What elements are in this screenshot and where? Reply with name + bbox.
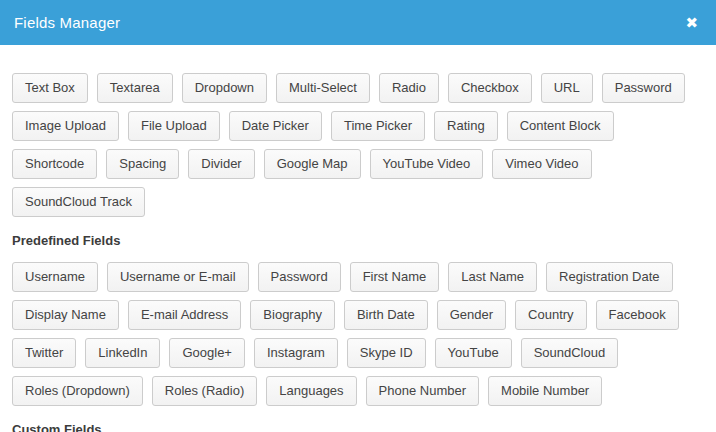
field-button-textarea[interactable]: Textarea: [97, 73, 173, 103]
field-button-shortcode[interactable]: Shortcode: [12, 149, 97, 179]
field-button-file-upload[interactable]: File Upload: [128, 111, 220, 141]
field-button-password[interactable]: Password: [602, 73, 685, 103]
modal-header: Fields Manager ✖: [0, 0, 716, 45]
modal-body: Text BoxTextareaDropdownMulti-SelectRadi…: [0, 45, 716, 432]
field-button-divider[interactable]: Divider: [188, 149, 254, 179]
field-button-twitter[interactable]: Twitter: [12, 338, 76, 368]
field-button-first-name[interactable]: First Name: [350, 262, 440, 292]
predefined-fields-group: UsernameUsername or E-mailPasswordFirst …: [12, 262, 704, 406]
field-button-linkedin[interactable]: LinkedIn: [85, 338, 160, 368]
field-button-skype-id[interactable]: Skype ID: [347, 338, 426, 368]
field-button-last-name[interactable]: Last Name: [448, 262, 537, 292]
field-button-spacing[interactable]: Spacing: [106, 149, 179, 179]
field-button-time-picker[interactable]: Time Picker: [331, 111, 425, 141]
field-button-country[interactable]: Country: [515, 300, 587, 330]
field-button-vimeo-video[interactable]: Vimeo Video: [492, 149, 591, 179]
field-button-radio[interactable]: Radio: [379, 73, 439, 103]
field-button-password[interactable]: Password: [258, 262, 341, 292]
field-button-youtube[interactable]: YouTube: [435, 338, 512, 368]
field-button-biography[interactable]: Biography: [250, 300, 335, 330]
field-button-gender[interactable]: Gender: [437, 300, 506, 330]
field-button-facebook[interactable]: Facebook: [596, 300, 679, 330]
field-button-google-map[interactable]: Google Map: [264, 149, 361, 179]
field-button-e-mail-address[interactable]: E-mail Address: [128, 300, 241, 330]
field-button-content-block[interactable]: Content Block: [507, 111, 614, 141]
field-button-rating[interactable]: Rating: [434, 111, 498, 141]
field-button-date-picker[interactable]: Date Picker: [229, 111, 322, 141]
field-button-soundcloud-track[interactable]: SoundCloud Track: [12, 187, 145, 217]
field-button-languages[interactable]: Languages: [266, 376, 356, 406]
field-button-registration-date[interactable]: Registration Date: [546, 262, 672, 292]
field-button-multi-select[interactable]: Multi-Select: [276, 73, 370, 103]
field-button-youtube-video[interactable]: YouTube Video: [370, 149, 484, 179]
field-button-instagram[interactable]: Instagram: [254, 338, 338, 368]
field-button-birth-date[interactable]: Birth Date: [344, 300, 428, 330]
predefined-fields-heading: Predefined Fields: [12, 233, 704, 248]
field-button-checkbox[interactable]: Checkbox: [448, 73, 532, 103]
field-button-username-or-e-mail[interactable]: Username or E-mail: [107, 262, 249, 292]
field-button-roles-radio[interactable]: Roles (Radio): [152, 376, 257, 406]
basic-fields-group: Text BoxTextareaDropdownMulti-SelectRadi…: [12, 73, 704, 217]
field-button-display-name[interactable]: Display Name: [12, 300, 119, 330]
field-button-google[interactable]: Google+: [169, 338, 245, 368]
field-button-roles-dropdown[interactable]: Roles (Dropdown): [12, 376, 143, 406]
field-button-url[interactable]: URL: [541, 73, 593, 103]
fields-manager-modal: Fields Manager ✖ Text BoxTextareaDropdow…: [0, 0, 716, 432]
field-button-phone-number[interactable]: Phone Number: [366, 376, 479, 406]
field-button-mobile-number[interactable]: Mobile Number: [488, 376, 602, 406]
field-button-dropdown[interactable]: Dropdown: [182, 73, 267, 103]
field-button-text-box[interactable]: Text Box: [12, 73, 88, 103]
field-button-soundcloud[interactable]: SoundCloud: [521, 338, 619, 368]
close-icon[interactable]: ✖: [683, 13, 700, 32]
modal-title: Fields Manager: [14, 14, 120, 31]
field-button-image-upload[interactable]: Image Upload: [12, 111, 119, 141]
custom-fields-heading: Custom Fields: [12, 422, 704, 432]
field-button-username[interactable]: Username: [12, 262, 98, 292]
